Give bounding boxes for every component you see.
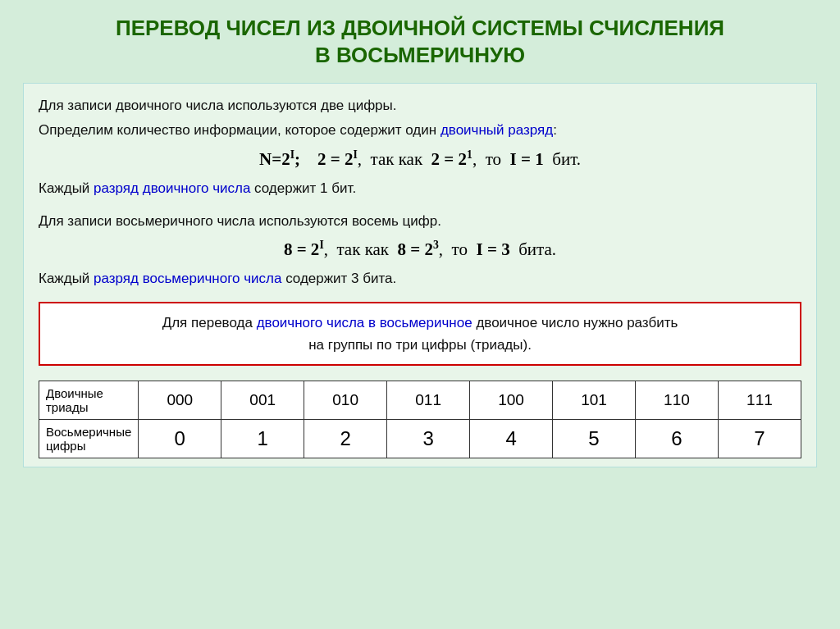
octal-1: 1 [221, 420, 304, 458]
octal-6: 6 [635, 420, 718, 458]
formula1-row: N=2I; 2 = 2I, так как 2 = 21, то I = 1 б… [39, 148, 801, 170]
binary-label: Двоичные триады [39, 381, 139, 420]
octal-label: Восьмеричные цифры [39, 420, 139, 458]
octal-3: 3 [387, 420, 470, 458]
title-line1: ПЕРЕВОД ЧИСЕЛ ИЗ ДВОИЧНОЙ СИСТЕМЫ СЧИСЛЕ… [116, 16, 724, 40]
binary-001: 001 [221, 381, 304, 420]
binary-011: 011 [387, 381, 470, 420]
octal-7: 7 [718, 420, 801, 458]
para2: Определим количество информации, которое… [39, 120, 801, 141]
binary-111: 111 [718, 381, 801, 420]
conversion-table: Двоичные триады 000 001 010 011 100 101 … [39, 381, 801, 458]
table-section: Двоичные триады 000 001 010 011 100 101 … [39, 381, 801, 458]
octal-5: 5 [553, 420, 636, 458]
content-area: Для записи двоичного числа используются … [23, 83, 817, 467]
para4: Для записи восьмеричного числа использую… [39, 211, 801, 232]
table-row-binary: Двоичные триады 000 001 010 011 100 101 … [39, 381, 801, 420]
formula2-text: 8 = 2I, так как 8 = 23, то I = 3 бита. [284, 239, 556, 259]
binary-000: 000 [139, 381, 221, 420]
octal-2: 2 [304, 420, 387, 458]
page: ПЕРЕВОД ЧИСЕЛ ИЗ ДВОИЧНОЙ СИСТЕМЫ СЧИСЛЕ… [0, 0, 840, 629]
binary-110: 110 [635, 381, 718, 420]
binary-100: 100 [470, 381, 553, 420]
title-line2: В ВОСЬМЕРИЧНУЮ [315, 43, 525, 67]
highlight-box: Для перевода двоичного числа в восьмерич… [39, 302, 801, 366]
para3: Каждый разряд двоичного числа содержит 1… [39, 178, 801, 199]
table-row-octal: Восьмеричные цифры 0 1 2 3 4 5 6 7 [39, 420, 801, 458]
para1: Для записи двоичного числа используются … [39, 95, 801, 116]
main-title: ПЕРЕВОД ЧИСЕЛ ИЗ ДВОИЧНОЙ СИСТЕМЫ СЧИСЛЕ… [23, 15, 817, 68]
para5: Каждый разряд восьмеричного числа содерж… [39, 268, 801, 289]
octal-4: 4 [470, 420, 553, 458]
binary-101: 101 [553, 381, 636, 420]
binary-010: 010 [304, 381, 387, 420]
octal-0: 0 [139, 420, 221, 458]
formula1-text: N=2I; 2 = 2I, так как 2 = 21, то I = 1 б… [259, 149, 581, 169]
formula2-row: 8 = 2I, так как 8 = 23, то I = 3 бита. [39, 239, 801, 260]
